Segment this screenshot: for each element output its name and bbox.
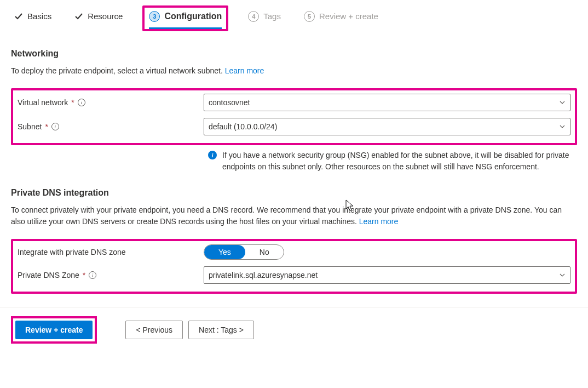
check-icon — [14, 12, 23, 21]
tab-basics[interactable]: Basics — [11, 9, 55, 27]
chevron-down-icon — [559, 123, 566, 130]
vnet-dropdown[interactable]: contosovnet — [204, 94, 570, 111]
tab-label: Resource — [88, 12, 123, 21]
tab-configuration[interactable]: 3 Configuration — [142, 5, 228, 31]
info-note-icon: i — [208, 151, 217, 159]
subnet-dropdown[interactable]: default (10.0.0.0/24) — [204, 118, 570, 135]
step-number: 4 — [248, 11, 259, 22]
toggle-yes[interactable]: Yes — [204, 245, 245, 259]
info-icon[interactable]: i — [78, 99, 85, 106]
toggle-no[interactable]: No — [245, 245, 284, 259]
nsg-info-note: i If you have a network security group (… — [208, 150, 577, 173]
integrate-label: Integrate with private DNS zone — [18, 248, 204, 256]
dns-heading: Private DNS integration — [11, 188, 577, 198]
tab-review[interactable]: 5 Review + create — [301, 9, 382, 28]
footer-bar: Review + create < Previous Next : Tags > — [0, 307, 588, 352]
required-asterisk: * — [71, 98, 74, 107]
networking-heading: Networking — [11, 49, 577, 59]
dns-desc: To connect privately with your private e… — [11, 204, 577, 227]
tab-label: Tags — [263, 12, 281, 21]
integrate-toggle[interactable]: Yes No — [204, 244, 284, 260]
tab-label: Basics — [27, 12, 51, 21]
tab-label: Configuration — [164, 12, 222, 21]
tab-tags[interactable]: 4 Tags — [245, 9, 284, 28]
previous-button[interactable]: < Previous — [125, 321, 183, 339]
check-icon — [74, 12, 83, 21]
networking-fields-highlight: Virtual network * i contosovnet Subnet *… — [11, 88, 577, 145]
dns-fields-highlight: Integrate with private DNS zone Yes No P… — [11, 239, 577, 294]
info-icon[interactable]: i — [89, 271, 96, 279]
review-create-highlight: Review + create — [11, 316, 97, 344]
learn-more-link[interactable]: Learn more — [225, 66, 264, 75]
vnet-label: Virtual network * i — [18, 98, 204, 107]
step-number: 5 — [304, 11, 315, 22]
subnet-label: Subnet * i — [18, 122, 204, 131]
info-icon[interactable]: i — [51, 123, 59, 130]
step-number: 3 — [149, 11, 160, 22]
learn-more-link[interactable]: Learn more — [359, 217, 399, 226]
next-button[interactable]: Next : Tags > — [188, 321, 254, 339]
tab-resource[interactable]: Resource — [71, 9, 126, 27]
wizard-tabs: Basics Resource 3 Configuration 4 Tags 5… — [11, 5, 577, 36]
review-create-button[interactable]: Review + create — [15, 321, 93, 339]
required-asterisk: * — [83, 271, 85, 279]
networking-desc: To deploy the private endpoint, select a… — [11, 65, 577, 76]
dns-zone-label: Private DNS Zone * i — [18, 271, 204, 279]
chevron-down-icon — [559, 99, 566, 106]
chevron-down-icon — [559, 272, 566, 278]
dns-zone-dropdown[interactable]: privatelink.sql.azuresynapse.net — [204, 266, 570, 284]
tab-label: Review + create — [319, 12, 378, 21]
required-asterisk: * — [45, 122, 48, 131]
